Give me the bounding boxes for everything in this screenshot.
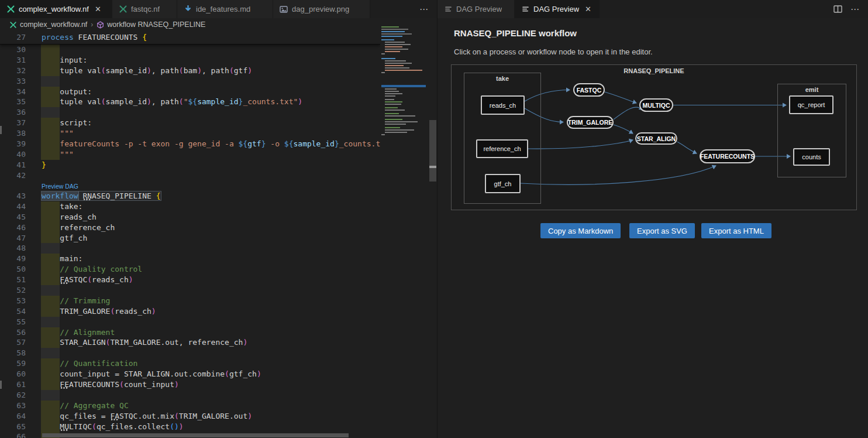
code-line-34[interactable]: 34 output:	[0, 87, 380, 97]
code-line-61[interactable]: 61 FEATURECOUNTS(count_input)	[0, 379, 380, 390]
editor-group: complex_workflow.nf ✕ fastqc.nf ide_feat…	[0, 0, 437, 438]
line-number: 50	[0, 264, 26, 275]
code-line-43[interactable]: 43workflow RNASEQ_PIPELINE {	[0, 191, 380, 201]
code-line-44[interactable]: 44 take:	[0, 201, 380, 212]
tab-dag-preview-2[interactable]: DAG Preview ✕	[515, 0, 600, 18]
breadcrumb-symbol[interactable]: workflow RNASEQ_PIPELINE	[97, 20, 205, 29]
code-line-37[interactable]: 37 script:	[0, 118, 380, 128]
horizontal-scrollbar[interactable]	[42, 433, 349, 437]
code-line-63[interactable]: 63 // Aggregate QC	[0, 401, 380, 411]
code-line-54[interactable]: 54 TRIM_GALORE(reads_ch)	[0, 306, 380, 317]
code-line-35[interactable]: 35 tuple val(sample_id), path("${sample_…	[0, 97, 380, 107]
minimap[interactable]	[380, 23, 429, 427]
line-number: 44	[0, 201, 26, 212]
line-number: 59	[0, 358, 26, 369]
breadcrumb-file[interactable]: complex_workflow.nf	[9, 20, 87, 29]
code-line-48[interactable]: 48	[0, 243, 380, 254]
code-line-46[interactable]: 46 reference_ch	[0, 223, 380, 233]
editor-tabbar: complex_workflow.nf ✕ fastqc.nf ide_feat…	[0, 0, 437, 18]
breadcrumb-separator: ›	[91, 20, 93, 29]
line-number: 47	[0, 233, 26, 244]
tab-ide-features[interactable]: ide_features.md	[177, 0, 273, 18]
code-line-58[interactable]: 58	[0, 348, 380, 358]
node-multiqc[interactable]: MULTIQC	[639, 98, 673, 112]
vertical-scrollbar[interactable]	[429, 0, 437, 438]
tab-label: fastqc.nf	[131, 5, 160, 13]
code-line-31[interactable]: 31 input:	[0, 55, 380, 66]
split-editor-icon[interactable]	[833, 5, 842, 13]
close-icon[interactable]: ✕	[585, 5, 591, 13]
code-line-30[interactable]: 30	[0, 45, 380, 55]
line-number: 42	[0, 170, 26, 181]
node-reference-ch[interactable]: reference_ch	[476, 139, 528, 158]
code-line-33[interactable]: 33	[0, 76, 380, 87]
emit-label: emit	[778, 86, 846, 93]
tab-label: DAG Preview	[456, 5, 502, 13]
line-number: 61	[0, 379, 26, 390]
code-line-38[interactable]: 38 """	[0, 128, 380, 139]
more-actions-icon[interactable]: ⋯	[850, 4, 860, 15]
indent-highlight	[41, 285, 60, 296]
code-line-49[interactable]: 49 main:	[0, 254, 380, 264]
code-line-57[interactable]: 57 STAR_ALIGN(TRIM_GALORE.out, reference…	[0, 337, 380, 348]
code-line-42[interactable]: 42	[0, 170, 380, 181]
tab-complex-workflow[interactable]: complex_workflow.nf ✕	[0, 0, 112, 18]
code-line-64[interactable]: 64 qc_files = FASTQC.out.mix(TRIM_GALORE…	[0, 411, 380, 422]
code-line-62[interactable]: 62	[0, 390, 380, 401]
export-html-button[interactable]: Export as HTML	[701, 223, 771, 238]
code-line-40[interactable]: 40 """	[0, 149, 380, 160]
gutter-decoration	[0, 381, 2, 389]
line-number: 33	[0, 76, 26, 87]
scrollbar-thumb[interactable]	[429, 120, 436, 182]
line-number: 34	[0, 87, 26, 97]
code-editor[interactable]: 3031 input:32 tuple val(sample_id), path…	[0, 31, 380, 438]
indent-highlight	[41, 76, 60, 87]
more-actions-icon[interactable]: ⋯	[419, 4, 429, 15]
sticky-scroll-header[interactable]: 27process FEATURECOUNTS {	[0, 31, 380, 45]
codelens-preview-dag[interactable]: Preview DAG	[42, 182, 78, 191]
code-line-39[interactable]: 39 featureCounts -p -t exon -g gene_id -…	[0, 139, 380, 149]
copy-markdown-button[interactable]: Copy as Markdown	[540, 223, 621, 238]
code-line-56[interactable]: 56 // Alignment	[0, 327, 380, 338]
code-line-32[interactable]: 32 tuple val(sample_id), path(bam), path…	[0, 66, 380, 76]
code-line-47[interactable]: 47 gtf_ch	[0, 233, 380, 244]
code-line-60[interactable]: 60 count_input = STAR_ALIGN.out.combine(…	[0, 369, 380, 379]
node-counts[interactable]: counts	[793, 148, 830, 166]
tab-dag-preview-1[interactable]: DAG Preview	[438, 0, 515, 18]
code-line-55[interactable]: 55	[0, 317, 380, 327]
tab-dag-preview-png[interactable]: dag_preview.png	[273, 0, 370, 18]
code-line-59[interactable]: 59 // Quantification	[0, 358, 380, 369]
code-line-65[interactable]: 65 MULTIQC(qc_files.collect())	[0, 422, 380, 432]
code-line-51[interactable]: 51 FASTQC(reads_ch)	[0, 275, 380, 285]
code-line-36[interactable]: 36	[0, 107, 380, 118]
code-line-27[interactable]: 27process FEATURECOUNTS {	[0, 31, 380, 44]
export-svg-button[interactable]: Export as SVG	[629, 223, 695, 238]
code-line-50[interactable]: 50 // Quality control	[0, 264, 380, 275]
tab-fastqc[interactable]: fastqc.nf	[112, 0, 177, 18]
code-line-45[interactable]: 45 reads_ch	[0, 212, 380, 223]
nextflow-icon	[118, 5, 128, 14]
line-number: 56	[0, 327, 26, 338]
code-line-53[interactable]: 53 // Trimming	[0, 296, 380, 306]
node-fastqc[interactable]: FASTQC	[573, 83, 605, 97]
preview-icon	[443, 5, 453, 14]
line-number: 64	[0, 411, 26, 422]
node-trim-galore[interactable]: TRIM_GALORE	[567, 116, 614, 129]
line-number: 66	[0, 432, 26, 438]
overview-ruler-marker	[429, 166, 436, 168]
dag-diagram: RNASEQ_PIPELINE take	[451, 64, 857, 210]
code-line-52[interactable]: 52	[0, 285, 380, 296]
line-number: 38	[0, 128, 26, 139]
node-featurecounts[interactable]: FEATURECOUNTS	[700, 149, 755, 163]
close-icon[interactable]: ✕	[95, 5, 101, 13]
symbol-cube-icon	[97, 21, 104, 29]
node-star-align[interactable]: STAR_ALIGN	[635, 132, 677, 145]
panel-tabbar: DAG Preview DAG Preview ✕ ⋯	[438, 0, 868, 18]
node-reads-ch[interactable]: reads_ch	[481, 95, 525, 115]
line-number: 63	[0, 401, 26, 411]
dag-preview-group: DAG Preview DAG Preview ✕ ⋯ RNASEQ_PIPEL…	[437, 0, 868, 438]
node-gtf-ch[interactable]: gtf_ch	[485, 174, 521, 193]
node-qc-report[interactable]: qc_report	[789, 95, 833, 114]
code-line-41[interactable]: 41}	[0, 160, 380, 170]
gutter-decoration	[0, 126, 2, 134]
